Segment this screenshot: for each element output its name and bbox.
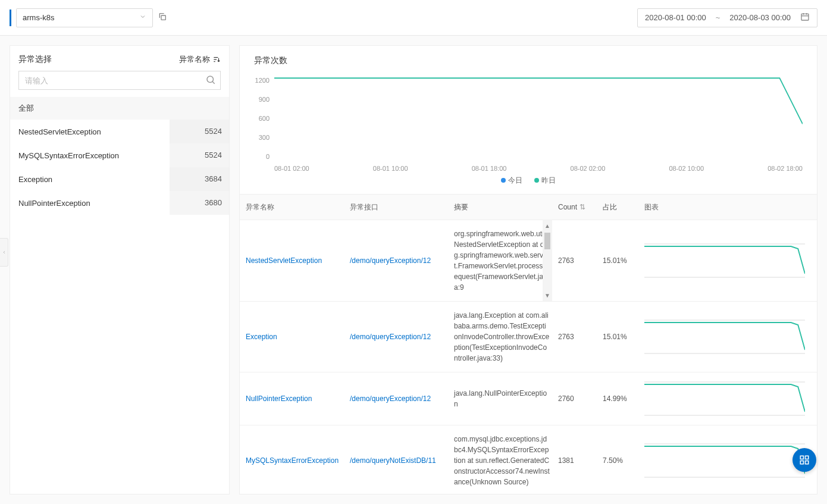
scroll-up-icon[interactable]: ▲ (544, 220, 550, 231)
app-selector[interactable]: arms-k8s (16, 8, 153, 27)
svg-rect-22 (800, 461, 803, 464)
legend-dot-blue (501, 178, 506, 183)
copy-icon[interactable] (158, 12, 167, 23)
row-exception-link[interactable]: Exception (246, 333, 277, 341)
exception-count: 5524 (170, 120, 229, 143)
chart-y-labels: 12009006003000 (249, 77, 270, 160)
row-sparkline (638, 372, 817, 425)
exception-name: MySQLSyntaxErrorException (18, 151, 170, 160)
row-summary: org.springframework.web.util.NestedServl… (448, 220, 552, 301)
row-api-link[interactable]: /demo/queryException/12 (350, 256, 431, 265)
chart-svg (274, 77, 803, 160)
sidebar-item[interactable]: NullPointerException3680 (10, 191, 229, 215)
th-pct[interactable]: 占比 (597, 195, 638, 220)
sidebar-item[interactable]: NestedServletException5524 (10, 120, 229, 143)
row-api-link[interactable]: /demo/queryException/12 (350, 333, 431, 341)
svg-point-8 (207, 76, 214, 83)
exception-count: 3684 (170, 167, 229, 191)
row-sparkline (638, 220, 817, 301)
row-count: 2763 (552, 302, 597, 372)
calendar-icon (800, 12, 810, 23)
th-api[interactable]: 异常接口 (344, 195, 448, 220)
chart-plotbox (274, 77, 803, 160)
topbar-left: arms-k8s (10, 8, 167, 27)
sidebar-search (10, 71, 229, 97)
exception-table: 异常名称 异常接口 摘要 Count⇅ 占比 图表 NestedServletE… (240, 194, 817, 494)
row-pct: 15.01% (597, 302, 638, 372)
topbar: arms-k8s 2020-08-01 00:00 ~ 2020-08-03 0… (0, 0, 827, 36)
svg-line-9 (212, 82, 215, 84)
chevron-down-icon (139, 13, 146, 22)
svg-rect-1 (801, 14, 809, 20)
sort-desc-icon: ⇅ (579, 203, 585, 211)
row-sparkline (638, 425, 817, 494)
sidebar-item[interactable]: Exception3684 (10, 167, 229, 191)
legend-dot-teal (534, 178, 539, 183)
exception-count: 5524 (170, 143, 229, 167)
th-name[interactable]: 异常名称 (240, 195, 344, 220)
fab-dashboard[interactable] (792, 448, 816, 472)
search-icon[interactable] (205, 74, 216, 87)
row-exception-link[interactable]: NestedServletException (246, 256, 322, 265)
sort-label: 异常名称 (179, 54, 210, 65)
row-count: 2760 (552, 372, 597, 425)
date-from: 2020-08-01 00:00 (645, 13, 706, 22)
row-exception-link[interactable]: NullPointerException (246, 395, 312, 403)
chart-title: 异常次数 (254, 55, 803, 66)
row-exception-link[interactable]: MySQLSyntaxErrorException (246, 456, 339, 465)
table-header: 异常名称 异常接口 摘要 Count⇅ 占比 图表 (240, 195, 817, 220)
date-to: 2020-08-03 00:00 (729, 13, 791, 22)
scroll-down-icon[interactable]: ▼ (544, 290, 550, 301)
row-pct: 7.50% (597, 425, 638, 494)
sidebar-sort[interactable]: 异常名称 (179, 54, 221, 65)
legend-today: 今日 (501, 176, 522, 186)
row-count: 2763 (552, 220, 597, 301)
row-sparkline (638, 302, 817, 372)
svg-rect-23 (806, 461, 809, 464)
row-api-link[interactable]: /demo/queryException/12 (350, 395, 431, 403)
svg-rect-21 (806, 456, 809, 459)
svg-rect-20 (800, 456, 803, 459)
table-row: Exception/demo/queryException/12java.lan… (240, 302, 817, 372)
sort-icon (212, 55, 221, 64)
date-range-picker[interactable]: 2020-08-01 00:00 ~ 2020-08-03 00:00 (637, 8, 817, 27)
exception-count: 3680 (170, 191, 229, 215)
accent-bar (10, 10, 11, 26)
chart-legend: 今日 昨日 (254, 172, 803, 192)
th-count[interactable]: Count⇅ (552, 195, 597, 220)
exception-name: Exception (18, 175, 170, 184)
svg-rect-0 (161, 15, 165, 20)
row-pct: 15.01% (597, 220, 638, 301)
filter-all[interactable]: 全部 (10, 97, 229, 120)
summary-scrollbar[interactable]: ▲▼ (543, 220, 552, 301)
row-summary: java.lang.Exception at com.alibaba.arms.… (448, 302, 552, 372)
row-summary: java.lang.NullPointerException (448, 372, 552, 425)
search-input[interactable] (18, 71, 221, 90)
main-panel: 异常次数 12009006003000 08-01 02:0008-01 10:… (239, 45, 817, 494)
table-body: NestedServletException/demo/queryExcepti… (240, 220, 817, 494)
chart-x-labels: 08-01 02:0008-01 10:0008-01 18:0008-02 0… (274, 165, 803, 172)
chart-area: 异常次数 12009006003000 08-01 02:0008-01 10:… (240, 46, 817, 194)
table-row: NullPointerException/demo/queryException… (240, 372, 817, 425)
table-row: NestedServletException/demo/queryExcepti… (240, 220, 817, 302)
sidebar-header: 异常选择 异常名称 (10, 46, 229, 71)
row-api-link[interactable]: /demo/queryNotExistDB/11 (350, 456, 436, 465)
legend-yesterday: 昨日 (534, 176, 556, 186)
app-name: arms-k8s (23, 13, 54, 22)
row-count: 1381 (552, 425, 597, 494)
row-pct: 14.99% (597, 372, 638, 425)
exception-list: NestedServletException5524MySQLSyntaxErr… (10, 120, 229, 215)
table-row: MySQLSyntaxErrorException/demo/queryNotE… (240, 425, 817, 494)
chart-plot: 12009006003000 08-01 02:0008-01 10:0008-… (254, 77, 803, 172)
sidebar-item[interactable]: MySQLSyntaxErrorException5524 (10, 143, 229, 167)
exception-sidebar: 异常选择 异常名称 全部 NestedServletException5524M… (10, 45, 230, 494)
row-summary: com.mysql.jdbc.exceptions.jdbc4.MySQLSyn… (448, 425, 552, 494)
sidebar-title: 异常选择 (18, 54, 52, 65)
collapse-tab[interactable] (0, 238, 8, 267)
th-summary[interactable]: 摘要 (448, 195, 552, 220)
exception-name: NestedServletException (18, 127, 170, 136)
content: 异常选择 异常名称 全部 NestedServletException5524M… (0, 36, 827, 504)
date-separator: ~ (716, 13, 721, 22)
th-chart[interactable]: 图表 (638, 195, 817, 220)
exception-name: NullPointerException (18, 199, 170, 208)
